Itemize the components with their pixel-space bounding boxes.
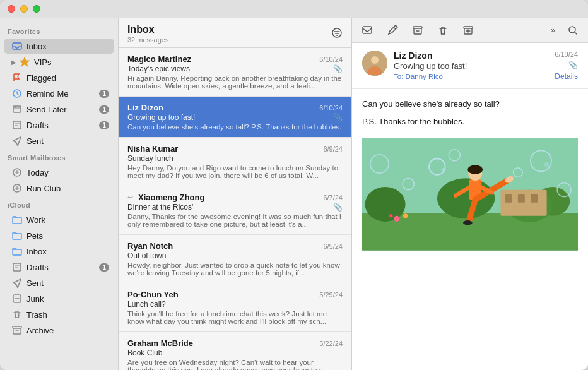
svg-rect-12 bbox=[413, 27, 422, 28]
sidebar-item-inbox-fav[interactable]: Inbox bbox=[4, 39, 114, 54]
msg-row: Nisha Kumar 6/9/24 bbox=[127, 144, 343, 153]
message-item[interactable]: ↩ Xiaomeng Zhong 6/7/24 Dinner at the Ri… bbox=[119, 186, 351, 235]
inbox-cloud-icon bbox=[11, 246, 23, 257]
sidebar-item-trash[interactable]: Trash bbox=[4, 307, 114, 322]
msg-row: Ryan Notch 6/5/24 bbox=[127, 241, 343, 251]
message-list: Inbox 32 messages Magico Martinez 6/10/2… bbox=[119, 18, 352, 370]
msg-subject-row: Growing up too fast! 📎 bbox=[127, 112, 343, 122]
svg-rect-9 bbox=[13, 326, 21, 328]
sidebar-item-drafts-cloud[interactable]: Drafts 1 bbox=[4, 260, 114, 275]
drafts-fav-badge: 1 bbox=[99, 121, 109, 129]
smart-mailboxes-header: Smart Mailboxes bbox=[0, 149, 118, 164]
maximize-button[interactable] bbox=[33, 5, 40, 13]
to-name[interactable]: Danny Rico bbox=[406, 73, 443, 80]
svg-point-16 bbox=[371, 56, 379, 64]
svg-rect-7 bbox=[13, 263, 21, 271]
compose-button[interactable] bbox=[385, 23, 400, 38]
msg-subject: Today's epic views bbox=[127, 64, 190, 73]
message-item[interactable]: Ryan Notch 6/5/24 Out of town Howdy, nei… bbox=[119, 235, 351, 283]
run-club-icon bbox=[11, 182, 23, 194]
sent-fav-icon bbox=[11, 135, 23, 146]
search-button[interactable] bbox=[565, 23, 580, 38]
sent-cloud-label: Sent bbox=[26, 278, 109, 288]
message-item[interactable]: Po-Chun Yeh 5/29/24 Lunch call? Think yo… bbox=[119, 283, 351, 332]
sidebar-item-run-club[interactable]: Run Club bbox=[4, 181, 114, 196]
message-item[interactable]: Magico Martinez 6/10/24 Today's epic vie… bbox=[119, 48, 351, 97]
sidebar-item-inbox-cloud[interactable]: Inbox bbox=[4, 244, 114, 259]
sidebar-item-drafts-fav[interactable]: Drafts 1 bbox=[4, 117, 114, 133]
sidebar-item-pets[interactable]: Pets bbox=[4, 228, 114, 243]
detail-body: Can you believe she's already so tall? P… bbox=[352, 89, 588, 370]
msg-preview: Can you believe she's already so tall? P… bbox=[127, 123, 343, 131]
minimize-button[interactable] bbox=[20, 5, 28, 13]
msg-subject: Lunch call? bbox=[127, 300, 343, 309]
sidebar-item-send-later[interactable]: Send Later 1 bbox=[4, 102, 114, 117]
pets-label: Pets bbox=[26, 231, 109, 241]
msg-subject: Book Club bbox=[127, 349, 343, 357]
mail-window: Favorites Inbox ▶ VI bbox=[0, 0, 588, 370]
detail-sender-name: Liz Dizon bbox=[394, 51, 548, 61]
msg-preview: Howdy, neighbor, Just wanted to drop a q… bbox=[127, 261, 343, 277]
sidebar-item-flagged[interactable]: Flagged bbox=[4, 70, 114, 85]
drafts-cloud-label: Drafts bbox=[26, 263, 99, 272]
detail-pane: » L bbox=[352, 18, 588, 370]
archive-button[interactable] bbox=[410, 23, 425, 38]
msg-preview: Hi again Danny, Reporting back on anothe… bbox=[127, 75, 343, 90]
msg-subject-row: Today's epic views 📎 bbox=[127, 64, 343, 73]
overflow-button[interactable]: » bbox=[551, 23, 555, 38]
remind-me-badge: 1 bbox=[99, 90, 109, 98]
svg-point-42 bbox=[544, 162, 549, 167]
sent-fav-label: Sent bbox=[26, 136, 109, 146]
delete-button[interactable] bbox=[435, 23, 450, 38]
today-label: Today bbox=[26, 168, 109, 177]
msg-sender: Magico Martinez bbox=[127, 54, 191, 64]
drafts-cloud-icon bbox=[11, 261, 23, 273]
body-line-1: Can you believe she's already so tall? bbox=[362, 98, 578, 110]
vips-expand-arrow: ▶ bbox=[11, 59, 16, 66]
flagged-label: Flagged bbox=[26, 73, 109, 83]
message-item[interactable]: Graham McBride 5/22/24 Book Club Are you… bbox=[119, 332, 351, 370]
svg-point-29 bbox=[389, 214, 392, 217]
sidebar-item-today[interactable]: Today bbox=[4, 165, 114, 180]
sidebar-item-archive[interactable]: Archive bbox=[4, 323, 114, 338]
inbox-cloud-label: Inbox bbox=[26, 247, 109, 256]
new-message-button[interactable] bbox=[360, 23, 375, 38]
close-button[interactable] bbox=[8, 5, 15, 13]
sidebar-item-work[interactable]: Work bbox=[4, 212, 114, 227]
main-content: Favorites Inbox ▶ VI bbox=[0, 18, 588, 370]
titlebar bbox=[0, 0, 588, 18]
msg-date: 5/29/24 bbox=[319, 291, 343, 299]
sidebar-item-vips[interactable]: ▶ VIPs bbox=[4, 54, 114, 69]
details-link[interactable]: Details bbox=[555, 72, 578, 81]
filter-button[interactable] bbox=[331, 27, 343, 41]
junk-button[interactable] bbox=[461, 23, 476, 38]
send-later-badge: 1 bbox=[99, 105, 109, 114]
archive-label: Archive bbox=[26, 326, 109, 335]
remind-me-label: Remind Me bbox=[26, 89, 99, 98]
message-item[interactable]: Nisha Kumar 6/9/24 Sunday lunch Hey Dann… bbox=[119, 138, 351, 186]
archive-icon bbox=[11, 325, 23, 336]
sidebar: Favorites Inbox ▶ VI bbox=[0, 18, 119, 370]
attachment-icon: 📎 bbox=[333, 113, 343, 122]
message-item[interactable]: Liz Dizon 6/10/24 Growing up too fast! 📎… bbox=[119, 97, 351, 138]
sidebar-item-junk[interactable]: Junk bbox=[4, 291, 114, 306]
msg-sender: Nisha Kumar bbox=[127, 144, 178, 153]
msg-date: 6/9/24 bbox=[323, 145, 343, 153]
svg-point-27 bbox=[394, 216, 399, 222]
detail-header-info: Liz Dizon Growing up too fast! To: Danny… bbox=[394, 51, 548, 80]
svg-rect-11 bbox=[363, 27, 372, 33]
msg-date: 5/22/24 bbox=[319, 340, 343, 347]
msg-subject-row: Dinner at the Ricos' 📎 bbox=[127, 202, 343, 212]
junk-icon bbox=[11, 293, 23, 304]
msg-date: 6/7/24 bbox=[323, 194, 343, 201]
msg-sender: Po-Chun Yeh bbox=[127, 290, 179, 299]
sidebar-item-sent-fav[interactable]: Sent bbox=[4, 133, 114, 148]
msg-date: 6/5/24 bbox=[323, 242, 343, 250]
sidebar-item-remind-me[interactable]: Remind Me 1 bbox=[4, 86, 114, 101]
sender-avatar bbox=[362, 51, 387, 76]
msg-date: 6/10/24 bbox=[319, 104, 343, 112]
svg-rect-3 bbox=[13, 106, 21, 112]
sidebar-item-sent-cloud[interactable]: Sent bbox=[4, 275, 114, 290]
svg-point-28 bbox=[403, 213, 408, 218]
msg-sender: Graham McBride bbox=[127, 338, 193, 348]
